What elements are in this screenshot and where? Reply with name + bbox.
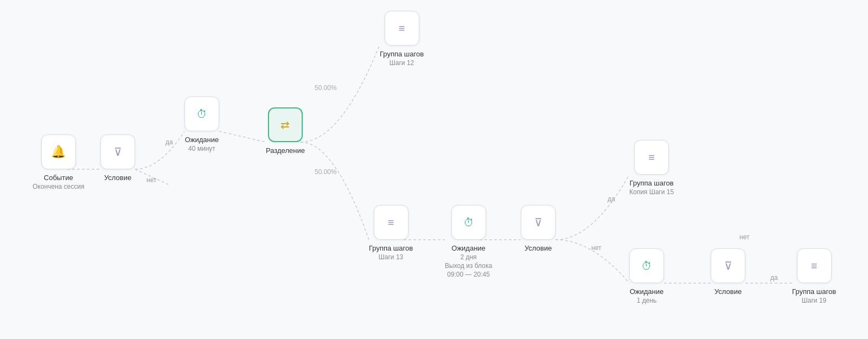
edge-da3: да [770, 274, 778, 282]
bell-icon: 🔔 [51, 145, 66, 159]
percent-mid: 50.00% [315, 168, 337, 176]
event-node[interactable]: 🔔 Событие Окончена сессия [33, 135, 84, 190]
wait2-sublabel3: 09:00 — 20:45 [447, 271, 490, 278]
condition2-label: Условие [525, 244, 552, 252]
wait2-sublabel2: Выход из блока [445, 262, 492, 270]
group-top-label: Группа шагов [380, 50, 424, 58]
wait1-box[interactable]: ⏱ [184, 97, 219, 131]
event-label: Событие [44, 174, 73, 182]
wait2-box[interactable]: ⏱ [451, 205, 486, 240]
condition3-node[interactable]: ⊽ Условие [711, 248, 745, 296]
group-mid-node[interactable]: ≡ Группа шагов Шаги 13 [369, 205, 413, 261]
percent-top: 50.00% [315, 84, 337, 92]
condition1-node[interactable]: ⊽ Условие [100, 135, 135, 182]
wait3-sublabel: 1 день [637, 297, 657, 304]
condition3-box[interactable]: ⊽ [711, 248, 745, 283]
wait2-label: Ожидание [451, 244, 486, 252]
filter2-icon: ⊽ [534, 216, 542, 229]
split-icon: ⇄ [280, 118, 290, 131]
group-top-sublabel: Шаги 12 [390, 59, 414, 67]
wait1-label: Ожидание [185, 136, 219, 144]
clock2-icon: ⏱ [463, 216, 474, 229]
condition2-box[interactable]: ⊽ [521, 205, 556, 240]
wait2-sublabel: 2 дня [460, 253, 476, 261]
clock1-icon: ⏱ [196, 108, 207, 120]
condition1-label: Условие [104, 174, 131, 182]
group-mid-box[interactable]: ≡ [374, 205, 409, 240]
group-far-right-sublabel: Шаги 19 [802, 297, 826, 304]
group-far-right-label: Группа шагов [792, 287, 836, 296]
group-top-node[interactable]: ≡ Группа шагов Шаги 12 [380, 11, 424, 67]
svg-line-2 [219, 131, 266, 142]
split-label: Разделение [266, 146, 305, 155]
clock3-icon: ⏱ [641, 260, 652, 272]
steps2-icon: ≡ [388, 216, 394, 229]
steps4-icon: ≡ [811, 260, 818, 272]
filter3-icon: ⊽ [724, 259, 732, 272]
wait2-node[interactable]: ⏱ Ожидание 2 дня Выход из блока 09:00 — … [445, 205, 492, 278]
split-box[interactable]: ⇄ [268, 107, 303, 142]
group-right-top-node[interactable]: ≡ Группа шагов Копия Шаги 15 [629, 140, 674, 196]
group-right-top-sublabel: Копия Шаги 15 [629, 188, 674, 196]
steps3-icon: ≡ [648, 151, 655, 164]
wait3-node[interactable]: ⏱ Ожидание 1 день [629, 248, 664, 304]
wait1-sublabel: 40 минут [188, 145, 215, 152]
group-right-top-box[interactable]: ≡ [634, 140, 669, 175]
edge-net3: нет [739, 233, 749, 241]
group-right-top-label: Группа шагов [630, 179, 674, 187]
condition2-node[interactable]: ⊽ Условие [521, 205, 556, 252]
edge-net2: нет [591, 244, 601, 252]
workflow-canvas: 🔔 Событие Окончена сессия ⊽ Условие да н… [0, 0, 868, 339]
wait1-node[interactable]: ⏱ Ожидание 40 минут [184, 97, 219, 152]
steps1-icon: ≡ [399, 22, 405, 35]
filter1-icon: ⊽ [114, 145, 122, 158]
split-node[interactable]: ⇄ Разделение [266, 107, 305, 155]
wait3-box[interactable]: ⏱ [629, 248, 664, 283]
group-far-right-node[interactable]: ≡ Группа шагов Шаги 19 [792, 248, 836, 304]
event-sublabel: Окончена сессия [33, 183, 84, 190]
edge-da1: да [165, 138, 173, 146]
condition1-box[interactable]: ⊽ [100, 135, 135, 169]
event-box[interactable]: 🔔 [41, 135, 76, 169]
group-mid-label: Группа шагов [369, 244, 413, 252]
group-far-right-box[interactable]: ≡ [797, 248, 832, 283]
wait3-label: Ожидание [630, 287, 664, 296]
edge-da2: да [608, 195, 615, 203]
edge-net1: нет [146, 176, 156, 184]
group-top-box[interactable]: ≡ [385, 11, 419, 46]
condition3-label: Условие [714, 287, 742, 296]
group-mid-sublabel: Шаги 13 [379, 253, 403, 261]
